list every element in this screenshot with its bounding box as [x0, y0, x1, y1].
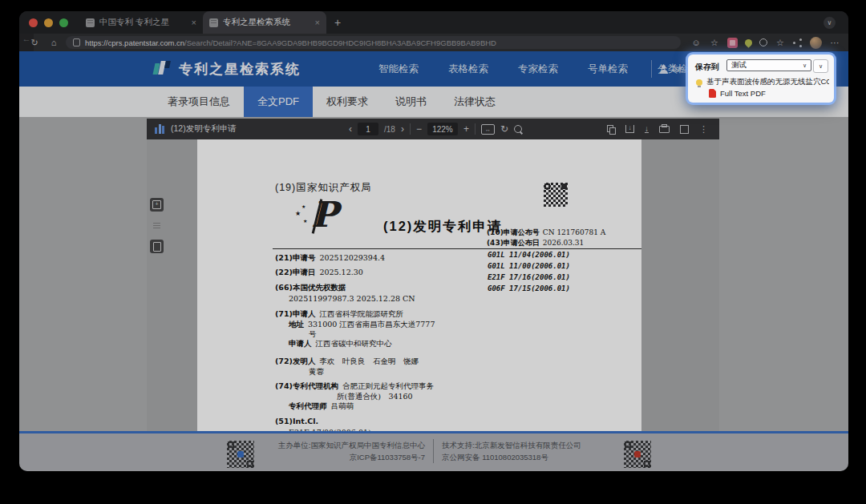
list-icon	[153, 223, 160, 228]
collection-expand-button[interactable]: ∨	[813, 59, 828, 73]
pdf-viewer: (12)发明专利申请 ‹ 1 /18 › − 122% + ↔ ↻ ↓ ↓	[147, 119, 719, 431]
pub-no-value: CN 121760781 A	[543, 228, 606, 236]
zoom-in-icon[interactable]: +	[463, 123, 469, 135]
tab-claims[interactable]: 权利要求	[313, 87, 382, 117]
close-tab-icon[interactable]: ×	[192, 18, 196, 27]
address-bar[interactable]: https://cprs.patentstar.com.cn/Search/De…	[66, 36, 681, 49]
collections-star-icon[interactable]: ☆	[775, 38, 786, 48]
close-tab-icon[interactable]: ×	[315, 18, 320, 27]
extension-pink-icon[interactable]	[727, 38, 738, 48]
page-number-input[interactable]: 1	[358, 123, 378, 135]
patent-field-row: (71)申请人江西省科学院能源研究所	[275, 309, 403, 320]
chevron-down-icon: ∨	[819, 63, 823, 70]
toolbar-separator	[475, 123, 475, 135]
next-page-icon[interactable]: ›	[401, 123, 404, 135]
star-icon: ★	[303, 218, 307, 224]
pdf-viewer-logo-icon	[155, 124, 164, 134]
site-info-icon[interactable]	[73, 38, 80, 46]
header-divider	[651, 60, 652, 78]
thumbnail-tool-button[interactable]	[150, 240, 164, 253]
site-brand[interactable]: 专利之星检索系统	[152, 51, 301, 87]
tab-favicon	[86, 18, 95, 27]
rotate-icon[interactable]: ↻	[500, 123, 508, 135]
patent-field-row: (66)本国优先权数据	[275, 283, 350, 293]
patent-qr-code	[544, 183, 568, 207]
window-controls	[19, 18, 79, 27]
star-icon: ★	[301, 204, 306, 209]
download-icon[interactable]: ↓	[645, 125, 649, 133]
tab-biblio-info[interactable]: 著录项目信息	[154, 87, 244, 117]
qr-logo-chip	[634, 451, 641, 458]
tab-strip-chevron-icon[interactable]: ∨	[824, 17, 836, 29]
ipc-code: G06F 17/15(2006.01)	[488, 284, 570, 292]
close-window-button[interactable]	[29, 18, 38, 27]
saved-attachment-row[interactable]: Full Text PDF	[709, 89, 766, 98]
pdf-toolbar: (12)发明专利申请 ‹ 1 /18 › − 122% + ↔ ↻ ↓ ↓	[147, 119, 719, 139]
minimize-window-button[interactable]	[44, 18, 53, 27]
nav-item-table-search[interactable]: 表格检索	[448, 62, 488, 76]
browser-tab-1[interactable]: 中国专利 专利之星 ×	[79, 11, 203, 34]
outline-tool-button[interactable]	[150, 219, 164, 232]
page-total-label: /18	[384, 125, 395, 134]
profile-avatar[interactable]	[810, 37, 822, 49]
zoom-level-value[interactable]: 122%	[427, 123, 458, 135]
bookmark-star-icon[interactable]: ☆	[709, 38, 720, 48]
browser-toolbar: ← ↻ ⌂ https://cprs.patentstar.com.cn/Sea…	[19, 34, 848, 51]
note-add-icon: +	[152, 200, 161, 209]
home-icon[interactable]: ⌂	[47, 38, 61, 47]
browser-tab-2-active[interactable]: 专利之星检索系统 ×	[203, 11, 326, 34]
pdf-toolbar-right: ↓ ↓ ⋮	[607, 119, 708, 139]
pdf-page-controls: ‹ 1 /18 › − 122% + ↔ ↻	[349, 119, 522, 139]
extension-circle-icon[interactable]	[759, 38, 767, 46]
patent-office-line: (19)国家知识产权局	[275, 181, 372, 195]
attachment-label: Full Text PDF	[720, 89, 766, 98]
share-icon[interactable]	[793, 38, 803, 47]
footer-icp[interactable]: 京ICP备11033758号-7	[19, 451, 434, 463]
ipc-code: G01L 11/00(2006.01)	[488, 262, 570, 270]
two-page-view-icon[interactable]	[607, 125, 615, 133]
feedback-smiley-icon[interactable]: ☺	[690, 38, 702, 47]
chevron-down-icon: ∨	[803, 62, 807, 69]
site-nav: 智能检索 表格检索 专家检索 号单检索 分类检索	[378, 51, 698, 87]
prev-page-icon[interactable]: ‹	[349, 123, 352, 135]
url-path: /Search/Detail?ANE=8GAA9GDA9BHB9BGD9HDC9…	[184, 38, 496, 47]
tab-legal-status[interactable]: 法律状态	[440, 87, 509, 117]
footer-qr-right	[624, 441, 651, 468]
browser-menu-icon[interactable]: ⋯	[829, 38, 840, 48]
tab-favicon	[209, 18, 218, 27]
collection-select[interactable]: 测试 ∨	[726, 59, 811, 71]
search-icon[interactable]	[514, 125, 522, 133]
browser-tab-strip: 中国专利 专利之星 × 专利之星检索系统 × + ∨	[19, 11, 848, 34]
tab-title: 中国专利 专利之星	[99, 17, 187, 28]
pdf-more-menu-icon[interactable]: ⋮	[699, 124, 708, 135]
header-rule	[273, 248, 641, 249]
publication-number-line: (10)申请公布号CN 121760781 A	[487, 228, 605, 238]
save-icon[interactable]: ↓	[625, 125, 634, 133]
saved-item-row[interactable]: 基于声表面波传感的无源无线盐穴CO2压力监...	[696, 77, 829, 87]
tab-description[interactable]: 说明书	[382, 87, 440, 117]
patent-field-row: 202511997987.3 2025.12.28 CN	[289, 294, 415, 303]
save-to-popup: 保存到 测试 ∨ ∨ 基于声表面波传感的无源无线盐穴CO2压力监... Full…	[688, 54, 834, 103]
nav-item-expert-search[interactable]: 专家检索	[518, 62, 558, 76]
patent-field-row: (22)申请日2025.12.30	[275, 268, 363, 278]
zoom-window-button[interactable]	[59, 18, 68, 27]
pub-date-value: 2026.03.31	[543, 239, 585, 247]
url-text: https://cprs.patentstar.com.cn/Search/De…	[85, 38, 496, 47]
print-icon[interactable]	[659, 126, 670, 133]
annotation-tool-button[interactable]: +	[150, 198, 164, 212]
tab-fulltext-pdf[interactable]: 全文PDF	[244, 87, 313, 117]
zoom-out-icon[interactable]: −	[416, 123, 422, 135]
fit-width-icon[interactable]: ↔	[481, 124, 495, 135]
reload-icon[interactable]: ↻	[27, 38, 42, 48]
publication-date-line: (43)申请公布日2026.03.31	[487, 238, 584, 248]
patent-field-row: 申请人江西省碳中和研究中心	[289, 339, 392, 349]
nav-item-smart-search[interactable]: 智能检索	[378, 62, 419, 76]
new-tab-button[interactable]: +	[334, 16, 341, 29]
fullscreen-icon[interactable]	[680, 125, 689, 134]
footer-text: 主办单位:国家知识产权局中国专利信息中心 技术支持:北京新发智信科技有限责任公司…	[19, 439, 848, 463]
user-icon	[659, 65, 668, 74]
pub-date-label: (43)申请公布日	[487, 239, 540, 247]
nav-item-number-search[interactable]: 号单检索	[588, 62, 628, 76]
extension-drop-icon[interactable]	[743, 38, 754, 48]
patent-field-row: (21)申请号202512029394.4	[275, 253, 385, 264]
